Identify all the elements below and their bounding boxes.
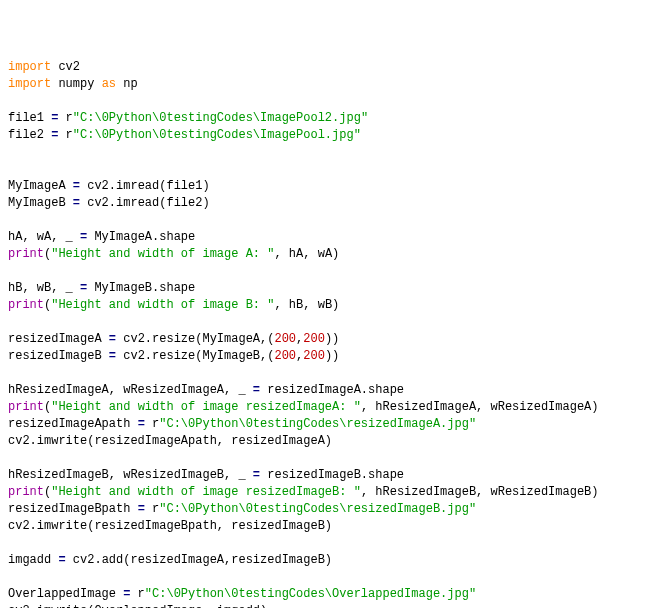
operator: =	[109, 332, 116, 346]
identifier: r	[58, 128, 72, 142]
identifier: MyImageA	[8, 179, 73, 193]
operator: =	[58, 553, 65, 567]
identifier: r	[145, 417, 159, 431]
identifier: np	[116, 77, 138, 91]
string-literal: "C:\0Python\0testingCodes\resizedImageB.…	[159, 502, 476, 516]
operator: =	[253, 468, 260, 482]
identifier: hResizedImageB, wResizedImageB, _	[8, 468, 253, 482]
expression: cv2.resize(MyImageA,(	[116, 332, 274, 346]
operator: =	[109, 349, 116, 363]
string-literal: "C:\0Python\0testingCodes\ImagePool.jpg"	[73, 128, 361, 142]
number-literal: 200	[303, 332, 325, 346]
identifier: resizedImageApath	[8, 417, 138, 431]
expression: resizedImageA.shape	[260, 383, 404, 397]
operator: =	[138, 417, 145, 431]
code-line: cv2.imwrite(OverlappedImage, imgadd)	[8, 604, 267, 608]
number-literal: 200	[274, 332, 296, 346]
identifier: numpy	[51, 77, 101, 91]
identifier: OverlappedImage	[8, 587, 123, 601]
number-literal: 200	[274, 349, 296, 363]
code-line: MyImageB = cv2.imread(file2)	[8, 196, 210, 210]
identifier: resizedImageA	[8, 332, 109, 346]
code-line: resizedImageB = cv2.resize(MyImageB,(200…	[8, 349, 339, 363]
builtin-print: print	[8, 247, 44, 261]
identifier: imgadd	[8, 553, 58, 567]
code-line: import numpy as np	[8, 77, 138, 91]
string-literal: "C:\0Python\0testingCodes\ImagePool2.jpg…	[73, 111, 368, 125]
code-line: import cv2	[8, 60, 80, 74]
identifier: r	[130, 587, 144, 601]
identifier: file1	[8, 111, 51, 125]
operator: =	[138, 502, 145, 516]
expression: MyImageB.shape	[87, 281, 195, 295]
identifier: hA, wA, _	[8, 230, 80, 244]
identifier: hResizedImageA, wResizedImageA, _	[8, 383, 253, 397]
code-line: print("Height and width of image resized…	[8, 485, 599, 499]
expression: cv2.imwrite(OverlappedImage, imgadd)	[8, 604, 267, 608]
expression: cv2.imread(file2)	[80, 196, 210, 210]
code-line: hB, wB, _ = MyImageB.shape	[8, 281, 195, 295]
keyword-import: import	[8, 60, 51, 74]
identifier: resizedImageBpath	[8, 502, 138, 516]
expression: cv2.imwrite(resizedImageBpath, resizedIm…	[8, 519, 332, 533]
paren: ))	[325, 349, 339, 363]
paren: ))	[325, 332, 339, 346]
builtin-print: print	[8, 485, 44, 499]
code-line: print("Height and width of image resized…	[8, 400, 599, 414]
identifier: MyImageB	[8, 196, 73, 210]
expression: cv2.add(resizedImageA,resizedImageB)	[66, 553, 332, 567]
identifier: file2	[8, 128, 51, 142]
code-line: cv2.imwrite(resizedImageBpath, resizedIm…	[8, 519, 332, 533]
code-line: resizedImageApath = r"C:\0Python\0testin…	[8, 417, 476, 431]
string-literal: "Height and width of image resizedImageA…	[51, 400, 361, 414]
operator: =	[253, 383, 260, 397]
builtin-print: print	[8, 400, 44, 414]
keyword-as: as	[102, 77, 116, 91]
code-line: imgadd = cv2.add(resizedImageA,resizedIm…	[8, 553, 332, 567]
keyword-import: import	[8, 77, 51, 91]
code-line: print("Height and width of image B: ", h…	[8, 298, 339, 312]
code-line: file1 = r"C:\0Python\0testingCodes\Image…	[8, 111, 368, 125]
expression: , hA, wA)	[274, 247, 339, 261]
identifier: hB, wB, _	[8, 281, 80, 295]
operator: =	[73, 179, 80, 193]
code-line: OverlappedImage = r"C:\0Python\0testingC…	[8, 587, 476, 601]
string-literal: "C:\0Python\0testingCodes\resizedImageA.…	[159, 417, 476, 431]
string-literal: "C:\0Python\0testingCodes\OverlappedImag…	[145, 587, 476, 601]
expression: MyImageA.shape	[87, 230, 195, 244]
code-block: import cv2 import numpy as np file1 = r"…	[8, 59, 652, 608]
operator: =	[73, 196, 80, 210]
expression: cv2.resize(MyImageB,(	[116, 349, 274, 363]
code-line: MyImageA = cv2.imread(file1)	[8, 179, 210, 193]
number-literal: 200	[303, 349, 325, 363]
code-line: print("Height and width of image A: ", h…	[8, 247, 339, 261]
string-literal: "Height and width of image A: "	[51, 247, 274, 261]
identifier: r	[58, 111, 72, 125]
expression: , hResizedImageB, wResizedImageB)	[361, 485, 599, 499]
expression: , hB, wB)	[274, 298, 339, 312]
string-literal: "Height and width of image B: "	[51, 298, 274, 312]
expression: cv2.imread(file1)	[80, 179, 210, 193]
identifier: cv2	[51, 60, 80, 74]
code-line: hResizedImageA, wResizedImageA, _ = resi…	[8, 383, 404, 397]
code-line: file2 = r"C:\0Python\0testingCodes\Image…	[8, 128, 361, 142]
expression: , hResizedImageA, wResizedImageA)	[361, 400, 599, 414]
expression: cv2.imwrite(resizedImageApath, resizedIm…	[8, 434, 332, 448]
identifier: resizedImageB	[8, 349, 109, 363]
string-literal: "Height and width of image resizedImageB…	[51, 485, 361, 499]
code-line: resizedImageA = cv2.resize(MyImageA,(200…	[8, 332, 339, 346]
code-line: resizedImageBpath = r"C:\0Python\0testin…	[8, 502, 476, 516]
identifier: r	[145, 502, 159, 516]
builtin-print: print	[8, 298, 44, 312]
expression: resizedImageB.shape	[260, 468, 404, 482]
code-line: hA, wA, _ = MyImageA.shape	[8, 230, 195, 244]
code-line: hResizedImageB, wResizedImageB, _ = resi…	[8, 468, 404, 482]
code-line: cv2.imwrite(resizedImageApath, resizedIm…	[8, 434, 332, 448]
